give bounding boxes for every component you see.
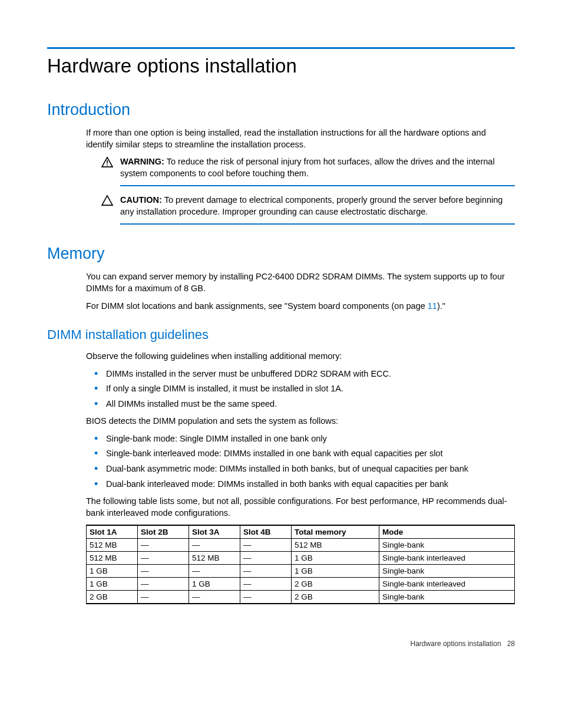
dimm-table-intro: The following table lists some, but not … <box>86 496 515 519</box>
table-cell: — <box>138 539 189 552</box>
introduction-body-block: If more than one option is being install… <box>86 127 515 150</box>
table-cell: Single-bank interleaved <box>379 552 514 565</box>
page-link-11[interactable]: 11 <box>428 301 437 311</box>
table-cell: 512 MB <box>291 539 379 552</box>
page-footer: Hardware options installation 28 <box>47 640 515 648</box>
warning-label: WARNING: <box>120 157 164 166</box>
table-row: 1 GB—1 GB—2 GBSingle-bank interleaved <box>87 578 515 591</box>
dimm-mid: BIOS detects the DIMM population and set… <box>86 416 515 427</box>
subsection-dimm-heading: DIMM installation guidelines <box>47 327 515 342</box>
table-cell: — <box>189 565 240 578</box>
list-item: If only a single DIMM is installed, it m… <box>86 383 515 395</box>
table-cell: 512 MB <box>87 552 138 565</box>
table-cell: — <box>240 578 291 591</box>
table-cell: 2 GB <box>291 578 379 591</box>
list-item: Dual-bank interleaved mode: DIMMs instal… <box>86 479 515 490</box>
table-cell: — <box>240 591 291 604</box>
table-cell: 1 GB <box>87 565 138 578</box>
table-cell: 1 GB <box>189 578 240 591</box>
memory-body-block: You can expand server memory by installi… <box>86 271 515 312</box>
dimm-bullets-2: Single-bank mode: Single DIMM installed … <box>86 433 515 490</box>
memory-p2a: For DIMM slot locations and bank assignm… <box>86 301 428 311</box>
table-cell: — <box>240 565 291 578</box>
table-cell: 1 GB <box>291 565 379 578</box>
col-mode: Mode <box>379 525 514 539</box>
table-cell: — <box>138 552 189 565</box>
list-item: Single-bank interleaved mode: DIMMs inst… <box>86 448 515 460</box>
col-slot-4b: Slot 4B <box>240 525 291 539</box>
memory-p1: You can expand server memory by installi… <box>86 271 515 294</box>
table-cell: 2 GB <box>87 591 138 604</box>
svg-rect-1 <box>107 160 108 164</box>
list-item: All DIMMs installed must be the same spe… <box>86 398 515 410</box>
col-slot-2b: Slot 2B <box>138 525 189 539</box>
warning-icon <box>101 156 120 169</box>
table-cell: Single-bank interleaved <box>379 578 514 591</box>
table-header-row: Slot 1A Slot 2B Slot 3A Slot 4B Total me… <box>87 525 515 539</box>
dimm-body-block: Observe the following guidelines when in… <box>86 351 515 604</box>
list-item: Dual-bank asymmetric mode: DIMMs install… <box>86 463 515 475</box>
table-row: 512 MB———512 MBSingle-bank <box>87 539 515 552</box>
memory-p2: For DIMM slot locations and bank assignm… <box>86 301 515 312</box>
table-cell: 1 GB <box>291 552 379 565</box>
warning-text: To reduce the risk of personal injury fr… <box>120 157 495 178</box>
table-row: 1 GB———1 GBSingle-bank <box>87 565 515 578</box>
table-cell: — <box>240 552 291 565</box>
introduction-body: If more than one option is being install… <box>86 127 515 150</box>
table-cell: 2 GB <box>291 591 379 604</box>
col-slot-3a: Slot 3A <box>189 525 240 539</box>
warning-body: WARNING: To reduce the risk of personal … <box>120 156 515 186</box>
caution-body: CAUTION: To prevent damage to electrical… <box>120 195 515 225</box>
table-cell: 512 MB <box>87 539 138 552</box>
footer-text: Hardware options installation <box>411 640 501 648</box>
memory-p2b: )." <box>437 301 445 311</box>
table-cell: 1 GB <box>87 578 138 591</box>
table-cell: Single-bank <box>379 565 514 578</box>
caution-callout: CAUTION: To prevent damage to electrical… <box>101 195 515 225</box>
caution-text: To prevent damage to electrical componen… <box>120 195 503 216</box>
list-item: Single-bank mode: Single DIMM installed … <box>86 433 515 445</box>
table-row: 2 GB———2 GBSingle-bank <box>87 591 515 604</box>
col-slot-1a: Slot 1A <box>87 525 138 539</box>
warning-callout: WARNING: To reduce the risk of personal … <box>101 156 515 186</box>
dimm-intro: Observe the following guidelines when in… <box>86 351 515 363</box>
list-item: DIMMs installed in the server must be un… <box>86 368 515 380</box>
top-divider <box>47 47 515 49</box>
table-row: 512 MB—512 MB—1 GBSingle-bank interleave… <box>87 552 515 565</box>
memory-config-table: Slot 1A Slot 2B Slot 3A Slot 4B Total me… <box>86 525 515 604</box>
table-cell: — <box>138 591 189 604</box>
section-memory-heading: Memory <box>47 245 515 263</box>
caution-icon <box>101 195 120 207</box>
page-title: Hardware options installation <box>47 55 515 77</box>
table-cell: — <box>138 565 189 578</box>
document-page: Hardware options installation Introducti… <box>0 0 562 671</box>
footer-page-number: 28 <box>507 640 515 648</box>
col-total-memory: Total memory <box>291 525 379 539</box>
dimm-bullets-1: DIMMs installed in the server must be un… <box>86 368 515 410</box>
section-introduction-heading: Introduction <box>47 101 515 119</box>
svg-rect-2 <box>107 164 108 166</box>
table-cell: — <box>189 591 240 604</box>
table-cell: Single-bank <box>379 591 514 604</box>
svg-marker-3 <box>102 196 113 205</box>
caution-label: CAUTION: <box>120 195 162 205</box>
table-cell: Single-bank <box>379 539 514 552</box>
table-cell: — <box>189 539 240 552</box>
table-cell: 512 MB <box>189 552 240 565</box>
table-cell: — <box>138 578 189 591</box>
table-cell: — <box>240 539 291 552</box>
